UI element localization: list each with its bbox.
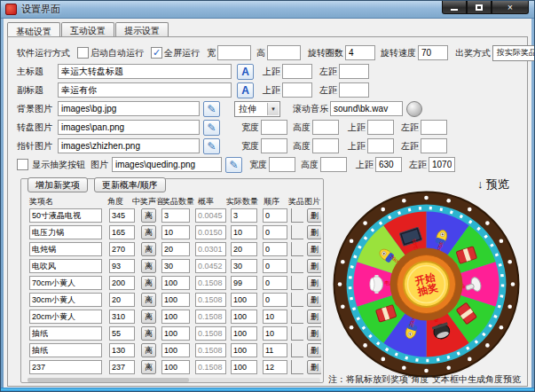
prize-mode-select[interactable]: 按实际奖品数出奖 ▼ xyxy=(492,45,535,61)
prize-name-input[interactable] xyxy=(29,276,102,290)
prize-angle-input[interactable] xyxy=(109,326,135,341)
pointer-image-input[interactable] xyxy=(58,138,200,153)
prize-quantity-input[interactable] xyxy=(161,360,190,374)
win-sound-toggle-button[interactable]: 离 xyxy=(141,208,156,223)
wheel-top-input[interactable] xyxy=(367,120,394,135)
horizontal-scrollbar[interactable] xyxy=(28,378,320,382)
prize-actual-qty-input[interactable] xyxy=(231,276,257,290)
draw-button-browse-button[interactable]: ✎ xyxy=(225,157,242,173)
bg-image-input[interactable] xyxy=(58,101,200,116)
delete-prize-button[interactable]: 删 xyxy=(307,242,321,256)
sub-title-left-input[interactable] xyxy=(339,82,369,98)
prize-order-input[interactable] xyxy=(263,276,287,290)
prize-order-input[interactable] xyxy=(263,242,287,256)
prize-quantity-input[interactable] xyxy=(161,310,190,324)
show-draw-button-checkbox[interactable]: ✓ xyxy=(17,159,28,170)
prize-actual-qty-input[interactable] xyxy=(231,225,257,239)
wheel-image-input[interactable] xyxy=(58,120,200,135)
close-button[interactable]: × xyxy=(492,1,529,14)
prize-image-box[interactable] xyxy=(291,293,303,307)
scrollbar-thumb[interactable] xyxy=(28,378,189,382)
prize-name-input[interactable] xyxy=(29,208,102,223)
prize-angle-input[interactable] xyxy=(109,225,135,239)
delete-prize-button[interactable]: 删 xyxy=(307,326,321,341)
wheel-image-browse-button[interactable]: ✎ xyxy=(203,120,220,136)
add-prize-button[interactable]: 增加新奖项 xyxy=(28,177,88,192)
autorun-checkbox[interactable]: ✓ xyxy=(77,47,89,59)
prize-angle-input[interactable] xyxy=(109,293,135,307)
prize-image-box[interactable] xyxy=(291,310,303,324)
prize-actual-qty-input[interactable] xyxy=(231,310,257,324)
main-title-top-input[interactable] xyxy=(282,64,312,79)
draw-button-height-input[interactable] xyxy=(320,157,347,172)
prize-name-input[interactable] xyxy=(29,293,102,307)
win-sound-toggle-button[interactable]: 离 xyxy=(141,242,156,256)
delete-prize-button[interactable]: 删 xyxy=(307,343,321,357)
draw-button-image-input[interactable] xyxy=(112,157,222,172)
prize-quantity-input[interactable] xyxy=(161,242,190,256)
prize-angle-input[interactable] xyxy=(109,360,135,374)
prize-actual-qty-input[interactable] xyxy=(231,326,257,341)
prize-order-input[interactable] xyxy=(263,343,287,357)
win-sound-toggle-button[interactable]: 离 xyxy=(141,343,156,357)
prize-image-box[interactable] xyxy=(291,326,303,341)
prize-order-input[interactable] xyxy=(263,326,287,341)
prize-image-box[interactable] xyxy=(291,242,303,256)
wheel-width-input[interactable] xyxy=(261,120,287,135)
prize-actual-qty-input[interactable] xyxy=(231,293,257,307)
draw-button-top-input[interactable] xyxy=(375,157,402,172)
sub-title-input[interactable] xyxy=(58,82,232,98)
prize-quantity-input[interactable] xyxy=(161,293,190,307)
prize-name-input[interactable] xyxy=(29,310,102,324)
win-sound-toggle-button[interactable]: 离 xyxy=(141,276,156,290)
prize-angle-input[interactable] xyxy=(109,242,135,256)
win-sound-toggle-button[interactable]: 离 xyxy=(141,259,156,273)
win-sound-toggle-button[interactable]: 离 xyxy=(141,360,156,374)
prize-angle-input[interactable] xyxy=(109,310,135,324)
prize-image-box[interactable] xyxy=(291,225,303,239)
prize-image-box[interactable] xyxy=(291,276,303,290)
prize-name-input[interactable] xyxy=(29,259,102,273)
stretch-select[interactable]: 拉伸 ▼ xyxy=(234,101,280,117)
prize-order-input[interactable] xyxy=(263,360,287,374)
prize-order-input[interactable] xyxy=(263,259,287,273)
win-sound-toggle-button[interactable]: 离 xyxy=(141,326,156,341)
sub-title-font-button[interactable]: A xyxy=(237,82,254,98)
wheel-height-input[interactable] xyxy=(312,120,339,135)
prize-quantity-input[interactable] xyxy=(161,208,190,223)
prize-name-input[interactable] xyxy=(29,326,102,341)
prize-actual-qty-input[interactable] xyxy=(231,259,257,273)
prize-quantity-input[interactable] xyxy=(161,326,190,341)
prize-actual-qty-input[interactable] xyxy=(231,242,257,256)
main-title-input[interactable] xyxy=(58,64,232,79)
prize-angle-input[interactable] xyxy=(109,276,135,290)
pointer-left-input[interactable] xyxy=(421,138,447,153)
screen-width-input[interactable] xyxy=(217,45,251,60)
pointer-top-input[interactable] xyxy=(367,138,394,153)
delete-prize-button[interactable]: 删 xyxy=(307,293,321,307)
wheel-left-input[interactable] xyxy=(421,120,447,135)
prize-quantity-input[interactable] xyxy=(161,259,190,273)
prize-name-input[interactable] xyxy=(29,360,102,374)
pointer-image-browse-button[interactable]: ✎ xyxy=(203,138,220,154)
draw-button-width-input[interactable] xyxy=(269,157,295,172)
fullscreen-checkbox[interactable]: ✓ xyxy=(151,47,162,59)
prize-angle-input[interactable] xyxy=(109,208,135,223)
update-probability-button[interactable]: 更新概率/顺序 xyxy=(94,177,166,192)
prize-name-input[interactable] xyxy=(29,343,102,357)
prize-image-box[interactable] xyxy=(291,343,303,357)
music-input[interactable] xyxy=(330,101,403,116)
win-sound-toggle-button[interactable]: 离 xyxy=(141,293,156,307)
prize-image-box[interactable] xyxy=(291,208,303,223)
draw-button-left-input[interactable] xyxy=(429,157,455,172)
prize-image-box[interactable] xyxy=(291,259,303,273)
prize-order-input[interactable] xyxy=(263,208,287,223)
delete-prize-button[interactable]: 删 xyxy=(307,208,321,223)
delete-prize-button[interactable]: 删 xyxy=(307,225,321,239)
prize-angle-input[interactable] xyxy=(109,259,135,273)
delete-prize-button[interactable]: 删 xyxy=(307,310,321,324)
sound-icon[interactable] xyxy=(406,101,422,117)
speed-input[interactable] xyxy=(418,45,448,60)
main-title-font-button[interactable]: A xyxy=(237,64,254,80)
prize-actual-qty-input[interactable] xyxy=(231,208,257,223)
